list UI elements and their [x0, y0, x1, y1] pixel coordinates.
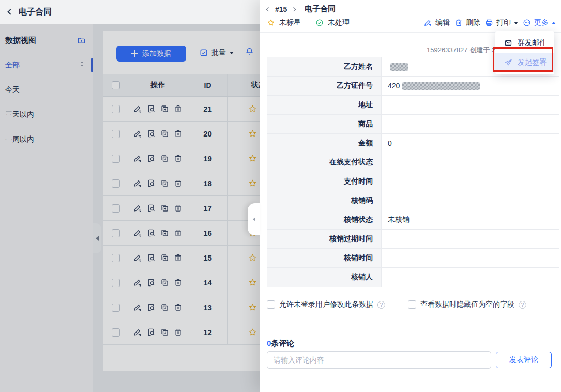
prev-record-icon[interactable]: [266, 7, 270, 11]
help-icon[interactable]: ?: [519, 301, 526, 309]
field-value: [382, 191, 559, 210]
star-flag-label: 未标星: [279, 18, 301, 27]
chevron-down-icon: [514, 22, 518, 24]
option-label: 允许未登录用户修改此条数据: [279, 300, 373, 309]
option-row: 允许未登录用户修改此条数据 ?: [267, 300, 385, 309]
drawer-collapse-handle[interactable]: [248, 203, 260, 235]
field-row: 核销状态 未核销: [267, 210, 559, 230]
app-window: 电子合同 数据视图 全部 今天: [0, 0, 561, 392]
more-circle-icon: [523, 19, 531, 27]
field-label: 乙方证件号: [267, 77, 382, 95]
option-row: 查看数据时隐藏值为空的字段 ?: [408, 300, 526, 309]
field-label: 在线支付状态: [267, 153, 382, 172]
process-flag-label: 未处理: [328, 18, 350, 27]
more-button[interactable]: 更多: [523, 18, 556, 27]
masked-value: [390, 63, 408, 71]
drawer-title: 电子合同: [305, 4, 336, 14]
field-row: 核销时间: [267, 249, 559, 268]
field-label: 核销状态: [267, 210, 382, 229]
field-value: [382, 96, 559, 114]
created-info: 15926337827 创建于 2: [427, 46, 495, 55]
field-label: 核销过期时间: [267, 230, 382, 248]
field-row: 金额 0: [267, 134, 559, 153]
more-dropdown-menu: 群发邮件 发起签署: [495, 31, 554, 74]
edit-icon: [424, 19, 432, 27]
comments-heading: 0条评论: [267, 339, 294, 349]
record-fields: 乙方姓名 乙方证件号 420 地址: [267, 57, 559, 287]
field-row: 乙方证件号 420: [267, 77, 559, 96]
menu-item-initiate-signing[interactable]: 发起签署: [495, 53, 554, 72]
field-row: 核销人: [267, 268, 559, 287]
delete-button[interactable]: 删除: [454, 18, 480, 27]
field-row: 商品: [267, 115, 559, 134]
field-value: [382, 153, 559, 172]
chevron-up-icon: [552, 22, 556, 24]
field-value: 未核销: [382, 210, 559, 229]
option-label: 查看数据时隐藏值为空的字段: [420, 300, 514, 309]
dim-overlay: [0, 24, 260, 392]
field-label: 乙方姓名: [267, 57, 382, 76]
field-value: 420: [382, 77, 559, 95]
print-button[interactable]: 打印: [485, 18, 518, 27]
field-value: [382, 172, 559, 191]
record-options: 允许未登录用户修改此条数据 ? 查看数据时隐藏值为空的字段 ?: [267, 300, 526, 309]
print-icon: [485, 19, 493, 27]
field-value: [382, 268, 559, 287]
field-label: 地址: [267, 96, 382, 114]
comment-input[interactable]: [267, 351, 491, 369]
field-row: 在线支付状态: [267, 153, 559, 172]
record-id: #15: [275, 5, 287, 13]
check-circle-icon[interactable]: [315, 19, 324, 27]
help-icon[interactable]: ?: [377, 301, 385, 309]
field-row: 支付时间: [267, 172, 559, 191]
field-value: [382, 115, 559, 133]
masked-value: [402, 82, 480, 90]
paper-plane-icon: [504, 58, 512, 67]
field-label: 核销时间: [267, 249, 382, 267]
page-title: 电子合同: [19, 7, 52, 18]
submit-comment-button[interactable]: 发表评论: [496, 352, 552, 368]
field-row: 地址: [267, 96, 559, 115]
field-value: [382, 230, 559, 248]
collapse-arrow-icon: [253, 217, 255, 221]
left-page-header: 电子合同: [0, 0, 260, 24]
envelope-icon: [504, 39, 512, 47]
next-record-icon[interactable]: [292, 7, 296, 11]
field-label: 核销码: [267, 191, 382, 210]
field-label: 支付时间: [267, 172, 382, 191]
back-icon[interactable]: [7, 9, 13, 14]
field-label: 核销人: [267, 268, 382, 287]
field-row: 核销码: [267, 191, 559, 210]
field-row: 核销过期时间: [267, 230, 559, 249]
edit-button[interactable]: 编辑: [424, 18, 450, 27]
menu-item-bulk-email[interactable]: 群发邮件: [495, 33, 554, 53]
delete-icon: [454, 19, 463, 27]
field-label: 商品: [267, 115, 382, 133]
field-label: 金额: [267, 134, 382, 153]
option-checkbox[interactable]: [267, 300, 275, 309]
star-icon[interactable]: [267, 19, 275, 27]
field-value: 0: [382, 134, 559, 153]
field-value: [382, 249, 559, 267]
option-checkbox[interactable]: [408, 300, 416, 309]
